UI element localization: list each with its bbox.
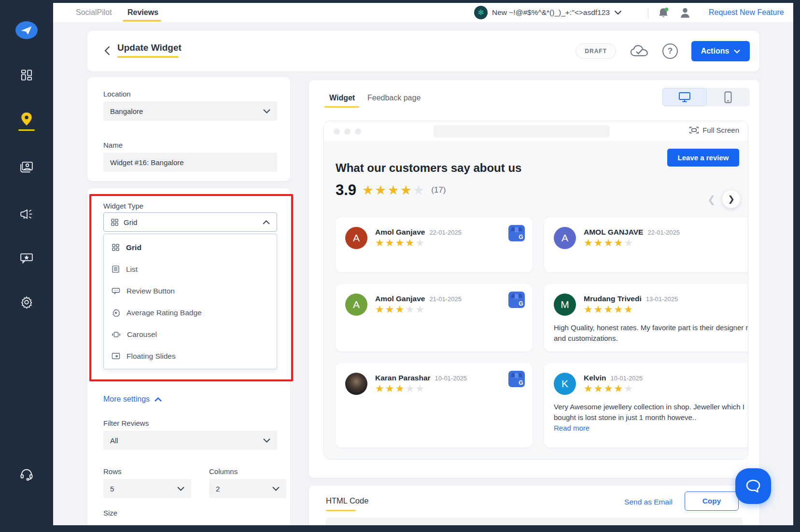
review-stars: ★★★★★ bbox=[375, 237, 462, 249]
columns-label: Columns bbox=[209, 467, 238, 476]
review-date: 21-01-2025 bbox=[429, 295, 462, 303]
google-icon: G bbox=[508, 371, 525, 387]
option-review-button[interactable]: Review Button bbox=[104, 280, 277, 302]
device-preview-toggle bbox=[662, 88, 750, 106]
leave-review-button[interactable]: Leave a review bbox=[667, 149, 739, 167]
option-average-rating-badge[interactable]: Average Rating Badge bbox=[104, 302, 277, 323]
review-button-icon bbox=[112, 287, 120, 294]
avatar: M bbox=[554, 294, 576, 316]
option-label: Average Rating Badge bbox=[126, 308, 202, 317]
mobile-icon bbox=[724, 91, 732, 103]
tab-feedback-page[interactable]: Feedback page bbox=[367, 94, 421, 102]
browser-chrome: Full Screen bbox=[324, 121, 748, 142]
location-value: Bangalore bbox=[110, 107, 143, 115]
avatar: A bbox=[554, 227, 576, 249]
option-grid[interactable]: Grid bbox=[104, 237, 277, 258]
notifications-bell-icon[interactable] bbox=[658, 7, 669, 19]
request-new-feature-link[interactable]: Request New Feature bbox=[709, 8, 784, 17]
chevron-up-icon bbox=[154, 397, 162, 402]
more-settings-label: More settings bbox=[103, 395, 150, 404]
actions-label: Actions bbox=[701, 47, 730, 56]
list-icon bbox=[112, 265, 120, 273]
widget-type-label: Widget Type bbox=[103, 202, 143, 210]
help-icon[interactable]: ? bbox=[662, 43, 678, 59]
desktop-preview-button[interactable] bbox=[662, 88, 707, 106]
socialpilot-logo-icon[interactable] bbox=[15, 21, 38, 39]
rows-label: Rows bbox=[103, 467, 122, 476]
filter-reviews-select[interactable]: All bbox=[103, 431, 277, 450]
option-label: List bbox=[126, 265, 138, 274]
sidebar-item-settings[interactable] bbox=[20, 295, 33, 309]
option-carousel[interactable]: Carousel bbox=[104, 323, 277, 345]
review-card: A Amol Ganjave21-01-2025 ★★★★★ G bbox=[336, 284, 533, 351]
columns-value: 2 bbox=[216, 485, 220, 493]
carousel-next-button[interactable]: ❯ bbox=[722, 190, 740, 208]
option-floating-slides[interactable]: Floating Slides bbox=[104, 345, 277, 367]
chevron-up-icon bbox=[263, 220, 270, 224]
read-more-link[interactable]: Read more bbox=[554, 424, 748, 432]
chevron-down-icon bbox=[734, 49, 740, 54]
active-tab-underline bbox=[324, 106, 359, 108]
help-headset-icon[interactable] bbox=[19, 467, 34, 481]
sidebar-item-widgets[interactable] bbox=[20, 160, 33, 173]
widget-heading: What our customers say about us bbox=[336, 161, 521, 175]
more-settings-toggle[interactable]: More settings bbox=[103, 395, 162, 404]
floating-slides-icon bbox=[112, 352, 120, 360]
profile-icon[interactable] bbox=[679, 7, 691, 19]
reviewer-name: Mrudang Trivedi bbox=[584, 294, 642, 303]
chat-icon bbox=[744, 478, 762, 494]
option-list[interactable]: List bbox=[104, 258, 277, 280]
copy-button[interactable]: Copy bbox=[685, 491, 739, 511]
grid-icon bbox=[112, 243, 120, 252]
chevron-down-icon bbox=[177, 487, 184, 491]
location-select[interactable]: Bangalore bbox=[103, 101, 277, 121]
address-bar bbox=[434, 125, 610, 138]
main-content: Update Widget DRAFT ? Actions Location B… bbox=[53, 22, 793, 525]
filter-value: All bbox=[110, 436, 118, 445]
cloud-saved-icon bbox=[630, 44, 649, 58]
rows-value: 5 bbox=[110, 485, 114, 493]
sidebar-item-reviews[interactable] bbox=[20, 252, 33, 264]
review-card: Karan Parashar10-01-2025 ★★★★★ G bbox=[336, 363, 533, 448]
brand-socialpilot[interactable]: SocialPilot bbox=[76, 8, 112, 17]
actions-button[interactable]: Actions bbox=[691, 41, 750, 61]
account-selector[interactable]: ✻ New ~!@#$%^&*()_)_+:"<>asdf123 bbox=[474, 5, 622, 20]
chevron-down-icon bbox=[614, 10, 622, 15]
reviewer-name: AMOL GANJAVE bbox=[584, 228, 643, 237]
review-stars: ★★★★★ bbox=[375, 304, 462, 315]
rows-select[interactable]: 5 bbox=[103, 479, 191, 498]
widget-name-input[interactable] bbox=[103, 153, 277, 172]
tab-widget[interactable]: Widget bbox=[329, 94, 355, 102]
chat-widget-button[interactable] bbox=[735, 468, 771, 504]
review-card: M Mrudang Trivedi13-01-2025 ★★★★★ G High… bbox=[544, 284, 748, 351]
carousel-prev-button[interactable]: ❮ bbox=[707, 194, 716, 205]
reviews-grid: A Amol Ganjave22-01-2025 ★★★★★ G A bbox=[336, 217, 748, 448]
page-title-underline bbox=[117, 56, 179, 58]
active-item-indicator bbox=[18, 129, 35, 131]
mobile-preview-button[interactable] bbox=[707, 88, 750, 106]
full-screen-icon bbox=[689, 126, 699, 134]
send-as-email-link[interactable]: Send as Email bbox=[624, 498, 673, 506]
tab-reviews[interactable]: Reviews bbox=[127, 8, 158, 17]
rating-value: 3.9 bbox=[336, 182, 356, 199]
location-label: Location bbox=[103, 90, 131, 98]
avatar: K bbox=[554, 373, 576, 395]
sidebar-item-dashboard[interactable] bbox=[20, 69, 33, 82]
active-tab-underline bbox=[123, 20, 161, 22]
review-date: 22-01-2025 bbox=[429, 229, 462, 236]
columns-select[interactable]: 2 bbox=[209, 479, 286, 498]
rating-count: (17) bbox=[431, 185, 446, 195]
sidebar bbox=[0, 0, 53, 532]
chevron-down-icon bbox=[272, 487, 280, 491]
avatar-photo bbox=[345, 373, 367, 395]
review-stars: ★★★★★ bbox=[584, 383, 643, 394]
html-code-title: HTML Code bbox=[326, 496, 368, 505]
google-icon: G bbox=[508, 292, 525, 308]
chevron-down-icon bbox=[263, 109, 270, 113]
back-button[interactable] bbox=[100, 43, 114, 58]
full-screen-button[interactable]: Full Screen bbox=[689, 126, 739, 134]
account-name: New ~!@#$%^&*()_)_+:"<>asdf123 bbox=[492, 8, 610, 17]
sidebar-item-campaigns[interactable] bbox=[19, 208, 34, 221]
sidebar-item-locations[interactable] bbox=[20, 112, 33, 126]
widget-type-select[interactable]: Grid bbox=[103, 212, 277, 232]
